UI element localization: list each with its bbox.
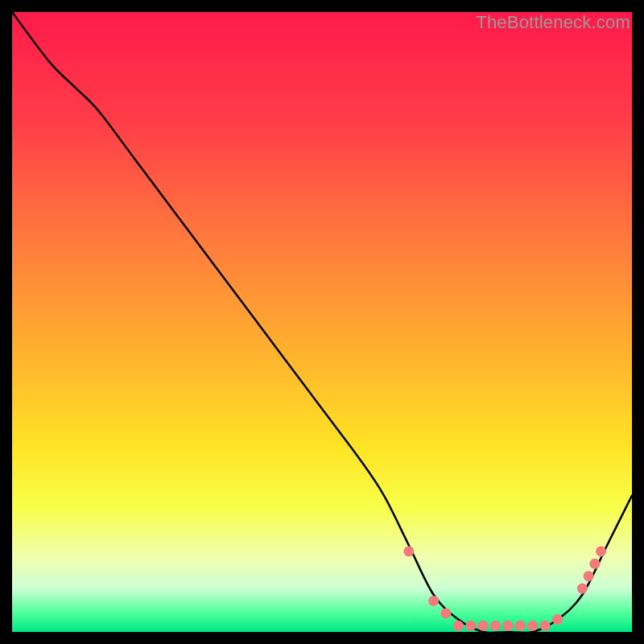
highlight-marker — [478, 621, 489, 631]
highlight-marker — [428, 596, 439, 606]
highlight-marker — [527, 621, 538, 631]
highlight-marker — [540, 621, 551, 631]
highlight-marker — [596, 546, 606, 556]
gradient-background — [12, 12, 632, 632]
highlight-marker — [577, 584, 588, 594]
chart-frame: TheBottleneck.com — [12, 12, 632, 632]
watermark-text: TheBottleneck.com — [476, 12, 630, 33]
highlight-marker — [441, 608, 452, 618]
highlight-marker — [515, 621, 526, 631]
highlight-marker — [490, 621, 501, 631]
highlight-marker — [589, 559, 600, 569]
highlight-marker — [465, 621, 476, 631]
highlight-marker — [453, 621, 464, 631]
highlight-marker — [403, 546, 414, 556]
bottleneck-chart-svg — [12, 12, 632, 632]
highlight-marker — [584, 571, 594, 581]
highlight-marker — [503, 621, 514, 631]
highlight-marker — [552, 614, 563, 625]
